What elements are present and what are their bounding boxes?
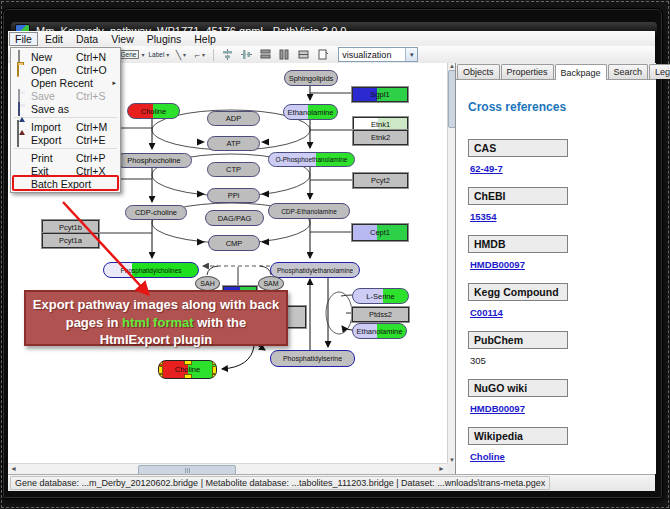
- page-setup-button[interactable]: [314, 47, 331, 63]
- xref-link[interactable]: Choline: [470, 451, 650, 462]
- menu-bar: File Edit Data View Plugins Help: [8, 31, 655, 47]
- node-sgpl1[interactable]: Sgpl1: [352, 87, 408, 102]
- node-phosphatidylcholines[interactable]: Phosphatidylcholines: [103, 262, 199, 278]
- stack-vertical-icon: [259, 48, 272, 61]
- scrollbar-corner: [447, 463, 455, 474]
- node-pcyt2[interactable]: Pcyt2: [353, 173, 408, 188]
- callout-line-2: pages in html format with the: [26, 314, 286, 332]
- side-panel: Objects Properties Backpage Search Legen…: [455, 63, 656, 474]
- node-phosphatidylserine[interactable]: Phosphatidylserine: [270, 350, 355, 367]
- xref-source-name: Kegg Compound: [468, 283, 568, 301]
- xref-section-hmdb: HMDB HMDB00097: [468, 234, 650, 270]
- menu-view[interactable]: View: [105, 32, 140, 46]
- new-connector-button[interactable]: ⌐▾: [191, 47, 208, 63]
- xref-link[interactable]: 15354: [470, 211, 650, 222]
- menuitem-print[interactable]: PrintCtrl+P: [11, 151, 120, 164]
- xref-section-cas: CAS 62-49-7: [468, 138, 650, 174]
- node-sam[interactable]: SAM: [258, 276, 284, 291]
- selection-handle[interactable]: [184, 374, 192, 379]
- menuitem-import[interactable]: ImportCtrl+M: [11, 120, 120, 133]
- new-line-button[interactable]: ╲▾: [172, 47, 189, 63]
- common-size-icon: [297, 48, 310, 61]
- stack-horizontal-button[interactable]: [276, 47, 293, 63]
- menu-edit[interactable]: Edit: [39, 32, 69, 46]
- export-icon: [17, 133, 19, 147]
- node-l-serine[interactable]: L-Serine: [352, 288, 409, 304]
- node-etnk2[interactable]: Etnk2: [353, 130, 408, 145]
- tab-legend[interactable]: Legend: [649, 64, 670, 79]
- new-label-button[interactable]: Label▾: [147, 47, 170, 63]
- stack-vertical-button[interactable]: [257, 47, 274, 63]
- tab-properties[interactable]: Properties: [501, 64, 554, 79]
- visualization-combobox[interactable]: visualization ▾: [338, 47, 418, 62]
- node-ethanolamine[interactable]: Ethanolamine: [283, 104, 338, 120]
- xref-link[interactable]: 62-49-7: [470, 163, 650, 174]
- tab-objects[interactable]: Objects: [457, 64, 500, 79]
- menu-file[interactable]: File: [9, 32, 38, 46]
- node-sah[interactable]: SAH: [195, 276, 220, 291]
- align-center-button[interactable]: [219, 47, 236, 63]
- xref-link[interactable]: C00114: [470, 307, 650, 318]
- node-cept1[interactable]: Cept1: [352, 224, 408, 241]
- xref-link[interactable]: HMDB00097: [470, 403, 650, 414]
- menuitem-batch-export[interactable]: Batch Export: [11, 177, 120, 190]
- save-disk-icon: [18, 89, 20, 103]
- menuitem-new[interactable]: NewCtrl+N: [11, 50, 120, 63]
- node-sphingolipids[interactable]: Sphingolipids: [284, 70, 338, 86]
- selection-handle[interactable]: [184, 360, 192, 365]
- node-dag[interactable]: DAG/PAG: [205, 210, 264, 226]
- backpage-content[interactable]: Cross references CAS 62-49-7 ChEBI 15354…: [456, 80, 656, 474]
- callout-line-3: HtmlExport plugin: [26, 331, 286, 349]
- xref-section-pubchem: PubChem 305: [468, 330, 650, 366]
- menuitem-exit[interactable]: ExitCtrl+X: [11, 164, 120, 177]
- selection-handle[interactable]: [158, 366, 163, 374]
- node-cmp[interactable]: CMP: [208, 235, 260, 251]
- menuitem-save-as[interactable]: Save as: [11, 102, 120, 115]
- menu-separator: [14, 117, 117, 118]
- stack-horizontal-icon: [278, 48, 291, 61]
- scroll-left-icon[interactable]: ◄: [8, 464, 19, 474]
- node-ptdss2[interactable]: Ptdss2: [352, 307, 409, 322]
- align-middle-icon: [240, 48, 253, 61]
- node-ppi[interactable]: PPi: [207, 188, 260, 203]
- backpage-heading: Cross references: [468, 100, 650, 114]
- node-cdp-ethanolamine[interactable]: CDP-Ethanolamine: [268, 203, 350, 219]
- common-size-button[interactable]: [295, 47, 312, 63]
- tab-backpage[interactable]: Backpage: [555, 64, 607, 80]
- menuitem-open-recent[interactable]: Open Recent▸: [11, 76, 120, 89]
- page-icon: [316, 48, 329, 61]
- node-atp[interactable]: ATP: [207, 136, 260, 151]
- node-adp[interactable]: ADP: [207, 111, 260, 126]
- align-middle-button[interactable]: [238, 47, 255, 63]
- node-phosphocholine[interactable]: Phosphocholine: [116, 153, 192, 168]
- node-pcyt1a[interactable]: Pcyt1a: [42, 233, 99, 248]
- node-choline-selected[interactable]: Choline: [158, 360, 217, 379]
- save-as-disk-icon: [18, 102, 20, 116]
- menu-data[interactable]: Data: [70, 32, 104, 46]
- menu-help[interactable]: Help: [188, 32, 222, 46]
- tab-search[interactable]: Search: [608, 64, 649, 79]
- node-phosphatidylethanolamine[interactable]: Phosphatidylethanolamine: [270, 262, 360, 278]
- node-ethanolamine-2[interactable]: Ethanolamine: [352, 323, 407, 339]
- status-bar: Gene database: ...m_Derby_20120602.bridg…: [8, 474, 655, 491]
- dropdown-icon: ▾: [141, 51, 144, 58]
- visualization-dropdown-icon[interactable]: ▾: [405, 48, 417, 61]
- node-o-phosphoethanolamine[interactable]: O-Phosphoethanolamine: [268, 152, 355, 167]
- menuitem-export[interactable]: ExportCtrl+E: [11, 133, 120, 146]
- menuitem-open[interactable]: OpenCtrl+O: [11, 63, 120, 76]
- xref-source-name: PubChem: [468, 331, 568, 349]
- toolbar-separator: [213, 49, 214, 61]
- node-cdp-choline[interactable]: CDP-choline: [125, 205, 187, 220]
- selection-handle[interactable]: [212, 366, 217, 374]
- screenshot-root: { "window": { "title": "Mm_Kennedy_pathw…: [0, 0, 670, 509]
- dropdown-icon: ▾: [183, 51, 186, 58]
- menu-plugins[interactable]: Plugins: [141, 32, 187, 46]
- submenu-arrow-icon: ▸: [112, 79, 116, 87]
- node-ctp[interactable]: CTP: [207, 162, 260, 177]
- node-choline[interactable]: Choline: [127, 103, 180, 119]
- scroll-right-icon[interactable]: ►: [436, 464, 447, 474]
- menu-separator: [14, 148, 117, 149]
- xref-link[interactable]: HMDB00097: [470, 259, 650, 270]
- xref-source-name: Wikipedia: [468, 427, 568, 445]
- xref-section-chebi: ChEBI 15354: [468, 186, 650, 222]
